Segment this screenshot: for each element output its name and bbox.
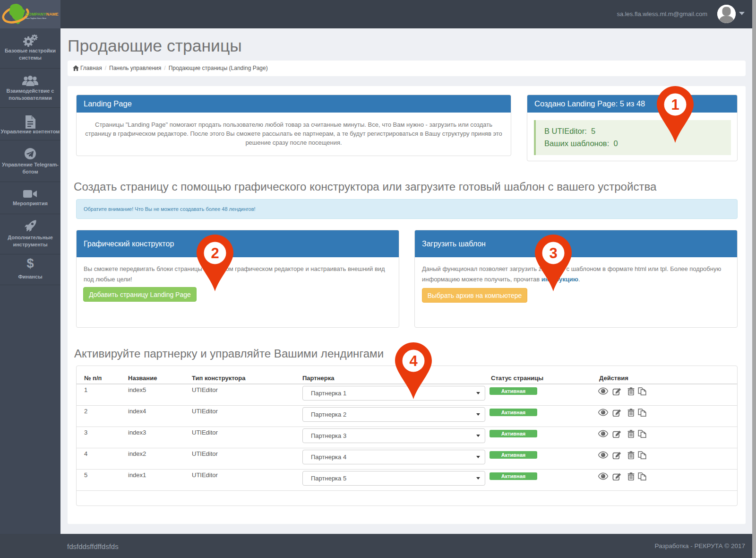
svg-text:1: 1: [671, 96, 679, 113]
svg-text:3: 3: [549, 245, 557, 262]
svg-text:Your Tagline Goes Here: Your Tagline Goes Here: [26, 17, 47, 19]
svg-text:2: 2: [211, 245, 219, 262]
svg-text:4: 4: [409, 353, 418, 369]
svg-text:COMPANYNAME: COMPANYNAME: [26, 12, 59, 17]
